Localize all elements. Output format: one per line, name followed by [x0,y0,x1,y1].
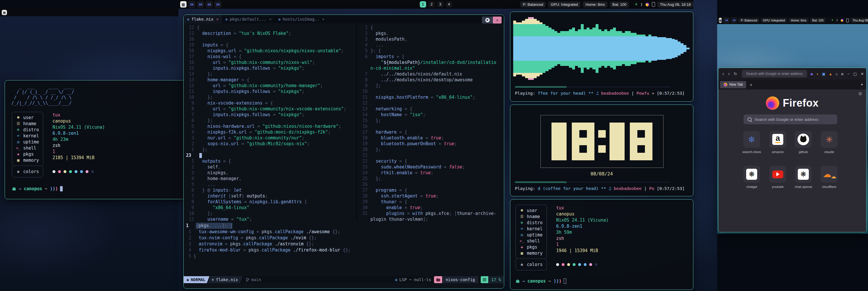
shell-prompt[interactable]: →canopus ~ ))) [12,186,63,192]
launcher-grid-icon[interactable]: ▦ [2,10,7,15]
editor-pane-flake-nix[interactable]: 22{21 description = "tux's NixOS Flake";… [184,24,356,223]
tab-close-icon[interactable]: ✕ [269,17,271,21]
shortcut-tile-claude[interactable]: ✳ [821,131,838,148]
color-dot [80,170,83,173]
tab-new-tab[interactable]: New Tab [720,81,746,88]
status-chip: P: Balanced [520,1,546,7]
code-line: 10 ]; [184,210,356,216]
new-tab-button[interactable]: + [750,82,752,87]
newtab-settings-gear-icon[interactable]: ⚙ [859,91,862,96]
code-line: plugin thunar-volman]; [357,216,504,222]
code-line: 6 }; [184,118,356,123]
ghost-icon [12,187,16,191]
code-line: 27 programs = { [357,187,504,193]
neovim-window[interactable]: ❆flake.nix✕❆pkgs/default...✕❆hosts/isoIm… [183,14,504,289]
cava-panel[interactable]: ======================>─────────────────… [510,11,693,101]
plant-icon[interactable]: ⚘ [634,3,638,6]
fetch-value-pkgs: 1 [556,241,609,248]
fetch-colors-box: ✿colors [516,259,547,270]
shortcut-tile-youtube[interactable] [769,166,786,183]
app-badge[interactable]: $W [731,18,737,23]
status-chip: Bat: 100 [810,18,826,23]
shortcut-tile-github[interactable] [795,131,812,148]
bluetooth-icon[interactable]: ᛒ [641,3,643,6]
user-icon: ☻ [15,115,22,120]
shortcut-label: search.nixos [739,150,765,154]
audio-icon[interactable] [646,3,649,6]
back-button[interactable]: ‹ [722,71,724,77]
minimize-button[interactable]: − [847,72,850,76]
code-line: 1{ [357,25,504,30]
firefox-window[interactable]: ‹ › ↻ Search with Google or enter addres… [718,68,867,232]
workspace-button[interactable]: 2 [429,1,435,7]
bluetooth-icon[interactable]: ᛒ [836,19,838,22]
fetch-value-user: tux [556,205,609,211]
shortcut-tile-cloudflare[interactable]: ☁☁ [821,166,838,183]
maximize-button[interactable]: ▢ [853,72,857,76]
github-icon [798,134,809,145]
status-chips: P: BalancedGPU: IntegratedHome: 6msBat: … [737,18,825,23]
app-badge[interactable]: $W [188,1,195,8]
extension-icon-3[interactable]: ▣ [822,72,825,76]
plant-icon[interactable]: ⚘ [831,19,834,22]
clock-digit [572,122,594,160]
editor-tab[interactable]: ❆flake.nix✕ [184,15,222,24]
shortcut-tile-chatgpt[interactable]: ❋ [743,166,760,183]
url-bar[interactable]: Search with Google or enter address [742,70,807,78]
editor-tab[interactable]: ❆pkgs/default...✕ [222,15,275,24]
audio-icon[interactable] [841,19,844,22]
code-line: 5} [184,253,504,259]
editor-pane-iso-image[interactable]: 1{2 pkgs,3 modulesPath,4 ...5}: {6 impor… [357,24,504,223]
window-close-button[interactable]: ✕ [493,17,502,24]
code-line: 7 ../../modules/nixos/default.nix [357,71,504,77]
extension-icon-2[interactable]: ◗ [816,72,819,76]
tab-list-chevron-icon[interactable]: ▾ [861,83,863,87]
terminal-window[interactable]: _ ___ ____ ____ / |/ (_)_ _/ __ \/ __/ /… [5,80,191,199]
shortcut-tile-search.nixos[interactable]: ❄ [743,131,760,148]
code-line: 17 nixos-wsl = { [184,54,356,60]
extension-icon-4[interactable]: ▲ [829,72,832,76]
workspace-button[interactable]: 4 [446,1,452,7]
audio-visualizer [513,15,690,82]
clock-digit [610,122,625,160]
hname-icon: ☰ [519,214,525,219]
reload-button[interactable]: ↻ [734,71,737,76]
extension-icon-5[interactable]: ⌂ [836,72,838,76]
phone-icon[interactable] [846,19,849,22]
close-button[interactable]: ✕ [861,72,864,76]
shortcut-tile-chat.openai[interactable]: ❋ [795,166,812,183]
tab-close-icon[interactable]: ✕ [216,17,218,21]
editor-tab[interactable]: ❆hosts/isoImag..✕ [275,15,328,24]
track-progress: ======================>─────────────────… [515,180,671,184]
clock-panel[interactable]: 08/08/24 ======================>────────… [510,105,693,196]
status-chip: P: Balanced [739,18,759,23]
shortcut-tile-amazon[interactable]: a [769,131,786,148]
code-line: 1{pkgs, ...}: { [184,223,504,229]
code-line: 22{ [184,25,356,30]
clock-date: 08/08/24 [510,171,693,177]
uptime-icon: ◷ [15,140,22,144]
clock-chip[interactable]: Thu Aug 08, 18:18 [657,1,693,7]
code-line: 2 self, [184,164,356,170]
clock-chip[interactable]: Thu Aug 08, 18:39 [850,18,868,23]
tab-close-icon[interactable]: ✕ [322,17,324,21]
app-badge[interactable]: $W [214,1,221,8]
workspace-button[interactable]: 1 [420,1,426,7]
fetch-panel[interactable]: ☻user☰hname❄distro⌨kernel◷uptime>_shell◈… [510,199,693,290]
menu-button[interactable]: ≡ [841,72,844,76]
app-badge[interactable]: $W [206,1,213,8]
workspace-button[interactable]: 3 [437,1,443,7]
newtab-search-input[interactable]: Search with Google or enter address [744,114,837,124]
launcher-grid-icon[interactable]: ▦ [180,1,187,7]
editor-pane-pkgs-default[interactable]: 1{pkgs, ...}: {1 tux-awesome-wm-config =… [184,222,504,270]
window-toggle-button[interactable] [482,17,493,24]
forward-button[interactable]: › [728,71,730,77]
launcher-grid-icon[interactable]: ▦ [719,18,722,23]
shell-prompt[interactable]: →canopus ~ ))) [516,279,566,284]
status-chips: P: BalancedGPU: IntegratedHome: 8msBat: … [518,1,629,7]
code-line: 11 inputs.nixpkgs.follows = "nixpkgs"; [184,89,356,94]
app-badge[interactable]: $W [197,1,204,8]
extension-icon-1[interactable]: ◆ [810,72,813,76]
app-badge[interactable]: $W [723,18,729,23]
phone-icon[interactable] [652,2,655,7]
